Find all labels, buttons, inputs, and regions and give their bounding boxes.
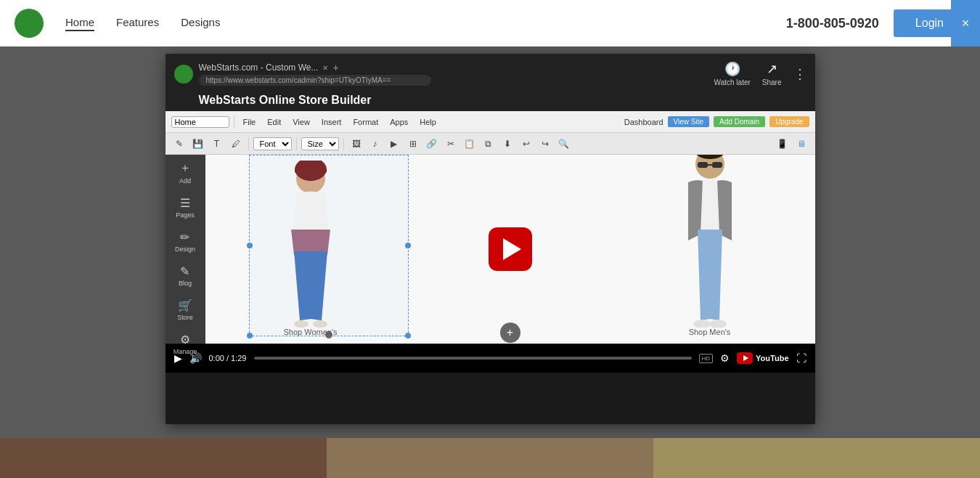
mobile-view-icon[interactable]: 📱: [775, 136, 791, 152]
url-bar[interactable]: https://www.webstarts.com/cadmin?ship=UT…: [199, 75, 431, 86]
nav-link-home[interactable]: Home: [65, 16, 94, 31]
text-tool-icon[interactable]: T: [209, 136, 225, 152]
close-button[interactable]: ×: [951, 0, 980, 46]
pages-icon: ☰: [180, 196, 190, 210]
save-tool-icon[interactable]: 💾: [190, 136, 206, 152]
undo-tool-icon[interactable]: ↩: [518, 136, 534, 152]
sidebar-manage[interactable]: ⚙ Manage: [173, 333, 197, 355]
layout-tool-icon[interactable]: ⊞: [405, 136, 421, 152]
clock-icon: 🕐: [724, 61, 740, 77]
sidebar-pages-label: Pages: [176, 211, 195, 219]
toolbar-separator: [234, 116, 234, 129]
share-label: Share: [762, 78, 782, 86]
select-tool-icon[interactable]: ✎: [171, 136, 187, 152]
blog-icon: ✎: [180, 264, 189, 278]
tab-add-icon[interactable]: +: [332, 62, 338, 73]
link-tool-icon[interactable]: 🔗: [424, 136, 440, 152]
watch-later-label: Watch later: [714, 78, 751, 86]
file-menu[interactable]: File: [239, 116, 261, 128]
scissors-tool-icon[interactable]: ✂: [443, 136, 459, 152]
nav-links: Home Features Designs: [65, 16, 786, 31]
dashboard-link[interactable]: Dashboard: [624, 118, 663, 126]
more-options-icon[interactable]: ⋮: [793, 66, 807, 82]
size-select[interactable]: Size: [301, 137, 339, 150]
strip-item-3: [653, 438, 980, 478]
copy-tool-icon[interactable]: 📋: [462, 136, 478, 152]
sidebar-add[interactable]: ＋ Add: [179, 161, 191, 185]
sidebar-manage-label: Manage: [173, 348, 197, 355]
store-item-women: Shop Women's: [264, 161, 358, 336]
watch-later-button[interactable]: 🕐 Watch later: [714, 61, 751, 86]
desktop-view-icon[interactable]: 🖥: [793, 136, 809, 152]
play-triangle-icon: [503, 238, 521, 260]
toolbar-right-buttons: Dashboard View Site Add Domain Upgrade: [624, 116, 809, 127]
tools-separator: [248, 137, 249, 150]
progress-bar[interactable]: [254, 357, 692, 360]
sidebar-design[interactable]: ✏ Design: [175, 230, 195, 253]
add-icon: ＋: [179, 161, 191, 176]
manage-icon: ⚙: [180, 333, 190, 347]
editor-toolbar: Home File Edit View Insert Format Apps H…: [166, 111, 815, 133]
store-icon: 🛒: [178, 299, 192, 312]
tools-separator-3: [343, 137, 344, 150]
help-menu[interactable]: Help: [415, 116, 441, 128]
format-menu[interactable]: Format: [348, 116, 383, 128]
sidebar-store[interactable]: 🛒 Store: [177, 299, 193, 321]
video-controls-top: 🕐 Watch later ↗ Share ⋮: [714, 61, 807, 86]
time-display: 0:00 / 1:29: [209, 354, 247, 362]
search-tool-icon[interactable]: 🔍: [556, 136, 572, 152]
share-button[interactable]: ↗ Share: [762, 61, 782, 86]
browser-title-bar: WebStarts.com - Custom We... ✕ + https:/…: [199, 62, 709, 86]
bottom-image-strip: [0, 438, 980, 478]
editor-canvas: Shop Women's: [205, 155, 815, 344]
tools-separator-2: [296, 137, 297, 150]
fullscreen-icon[interactable]: ⛶: [796, 352, 807, 364]
upgrade-button[interactable]: Upgrade: [769, 116, 809, 127]
add-section-bar: +: [205, 322, 815, 344]
settings-icon[interactable]: ⚙: [720, 352, 730, 364]
home-dropdown[interactable]: Home: [171, 116, 229, 128]
strip-item-2: [327, 438, 653, 478]
youtube-icon-svg: [737, 352, 753, 364]
layers-tool-icon[interactable]: ⧉: [481, 136, 497, 152]
insert-menu[interactable]: Insert: [317, 116, 346, 128]
sidebar-blog[interactable]: ✎ Blog: [179, 264, 192, 287]
font-select[interactable]: Font: [253, 137, 292, 150]
svg-rect-7: [712, 162, 722, 168]
editor-sidebar: ＋ Add ☰ Pages ✏ Design ✎ Blog 🛒 Store: [166, 155, 205, 344]
home-dropdown-label: Home: [175, 118, 196, 126]
tab-close-icon[interactable]: ✕: [322, 64, 328, 72]
design-icon: ✏: [180, 230, 189, 244]
apps-menu[interactable]: Apps: [385, 116, 412, 128]
sidebar-pages[interactable]: ☰ Pages: [176, 196, 195, 219]
hd-badge: HD: [699, 354, 714, 363]
strip-item-1: [0, 438, 327, 478]
nav-link-features[interactable]: Features: [116, 16, 159, 31]
youtube-label: YouTube: [756, 354, 788, 362]
sidebar-store-label: Store: [177, 314, 193, 321]
video-tool-icon[interactable]: ▶: [386, 136, 402, 152]
view-site-button[interactable]: View Site: [668, 116, 710, 127]
browser-tab-title: WebStarts.com - Custom We...: [199, 62, 319, 73]
play-button[interactable]: [489, 227, 532, 271]
music-tool-icon[interactable]: ♪: [367, 136, 383, 152]
store-item-men: Shop Men's: [663, 155, 757, 336]
sidebar-blog-label: Blog: [179, 280, 192, 287]
view-menu[interactable]: View: [288, 116, 314, 128]
phone-number: 1-800-805-0920: [786, 16, 879, 31]
add-domain-button[interactable]: Add Domain: [714, 116, 765, 127]
share-icon: ↗: [767, 61, 777, 77]
main-content: WebStarts.com - Custom We... ✕ + https:/…: [0, 46, 980, 478]
editor-tools: ✎ 💾 T 🖊 Font Size 🖼 ♪ ▶ ⊞ 🔗 ✂ 📋 ⧉ ⬇ ↩ ↪: [166, 133, 815, 155]
download-tool-icon[interactable]: ⬇: [499, 136, 515, 152]
color-tool-icon[interactable]: 🖊: [228, 136, 244, 152]
svg-rect-6: [698, 162, 708, 168]
video-playback-controls: ▶ 🔊 0:00 / 1:29 HD ⚙ YouTube ⛶: [166, 344, 815, 373]
video-title: WebStarts Online Store Builder: [166, 94, 815, 111]
add-section-button[interactable]: +: [500, 323, 520, 343]
play-button-circle: [489, 227, 532, 271]
image-tool-icon[interactable]: 🖼: [348, 136, 364, 152]
redo-tool-icon[interactable]: ↪: [537, 136, 553, 152]
edit-menu[interactable]: Edit: [263, 116, 285, 128]
nav-link-designs[interactable]: Designs: [181, 16, 220, 31]
